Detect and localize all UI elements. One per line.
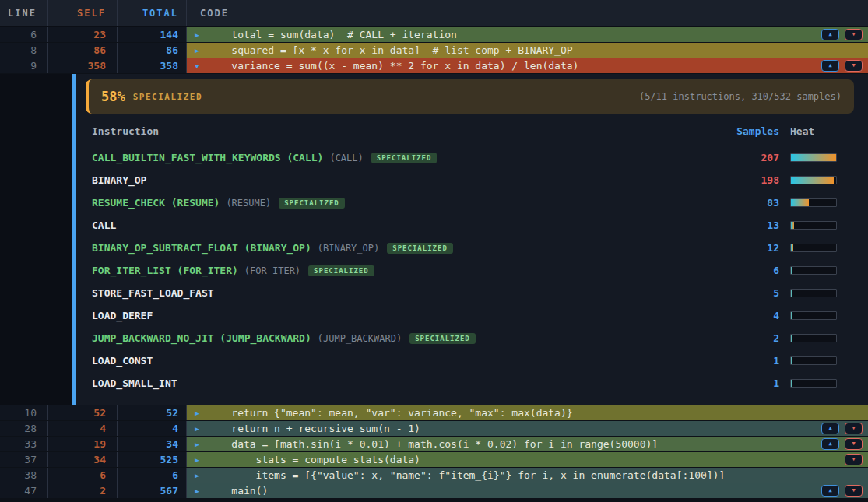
base-opcode: (FOR_ITER) bbox=[244, 265, 300, 276]
total-samples: 358 bbox=[118, 58, 187, 73]
instruction-samples: 1 bbox=[723, 355, 779, 367]
self-samples: 2 bbox=[48, 483, 118, 498]
source-code: squared = [x * x for x in data] # list c… bbox=[207, 44, 573, 56]
instruction-name: RESUME_CHECK (RESUME) bbox=[92, 197, 220, 209]
instruction-name: FOR_ITER_LIST (FOR_ITER) bbox=[92, 265, 238, 276]
instruction-row: LOAD_CONST1 bbox=[86, 349, 854, 372]
column-header-total: TOTAL bbox=[118, 0, 187, 26]
samples-column-header[interactable]: Samples bbox=[723, 125, 779, 137]
heat-column-header: Heat bbox=[779, 125, 848, 137]
expand-toggle-icon[interactable]: ▶ bbox=[187, 441, 207, 448]
code-cell: ▶ main()▲▼ bbox=[187, 483, 868, 498]
jump-down-button[interactable]: ▼ bbox=[845, 423, 863, 434]
specialized-percent: 58% bbox=[101, 89, 125, 104]
line-number: 6 bbox=[0, 27, 48, 42]
specialized-badge: SPECIALIZED bbox=[279, 198, 345, 209]
instruction-row: BINARY_OP198 bbox=[86, 169, 854, 191]
total-samples: 52 bbox=[118, 405, 187, 420]
self-samples: 6 bbox=[48, 468, 118, 483]
heat-bar-fill bbox=[791, 312, 792, 319]
heat-bar-fill bbox=[791, 154, 836, 161]
instruction-row: LOAD_DEREF4 bbox=[86, 304, 854, 327]
specialized-badge: SPECIALIZED bbox=[371, 153, 438, 163]
heat-bar-fill bbox=[791, 267, 792, 274]
code-cell: ▶ items = [{"value": x, "name": f"item_{… bbox=[187, 468, 868, 483]
expand-toggle-icon[interactable]: ▶ bbox=[187, 487, 207, 495]
line-number: 28 bbox=[0, 421, 48, 436]
instruction-samples: 2 bbox=[723, 332, 779, 344]
code-line-row: 2844▶ return n + recursive_sum(n - 1)▲▼ bbox=[0, 421, 868, 436]
heat-bar-fill bbox=[791, 177, 834, 184]
instruction-name: LOAD_SMALL_INT bbox=[92, 377, 177, 389]
instruction-row: STORE_FAST_LOAD_FAST5 bbox=[86, 282, 854, 304]
line-number: 38 bbox=[0, 468, 48, 483]
self-samples: 4 bbox=[48, 421, 118, 436]
self-samples: 23 bbox=[48, 27, 118, 42]
expand-toggle-icon[interactable]: ▶ bbox=[187, 409, 207, 417]
heat-bar bbox=[790, 356, 837, 365]
specialized-badge: SPECIALIZED bbox=[387, 243, 453, 254]
line-number: 47 bbox=[0, 483, 48, 498]
column-header-self: SELF bbox=[48, 0, 118, 26]
jump-down-button[interactable]: ▼ bbox=[845, 29, 863, 40]
heat-bar-fill bbox=[791, 335, 792, 342]
jump-up-button[interactable]: ▲ bbox=[821, 29, 839, 40]
jump-up-button[interactable]: ▲ bbox=[821, 485, 839, 497]
code-rows-bottom: 105252▶ return {"mean": mean, "var": var… bbox=[0, 405, 868, 499]
source-code: return {"mean": mean, "var": variance, "… bbox=[207, 407, 573, 419]
jump-down-button[interactable]: ▼ bbox=[845, 438, 863, 450]
instruction-name: CALL bbox=[92, 219, 116, 231]
expand-toggle-icon[interactable]: ▶ bbox=[187, 425, 207, 433]
heat-bar bbox=[790, 334, 837, 342]
jump-down-button[interactable]: ▼ bbox=[845, 60, 863, 72]
column-header-code: CODE bbox=[187, 0, 868, 26]
heat-bar bbox=[790, 311, 837, 320]
total-samples: 4 bbox=[118, 421, 187, 436]
instruction-samples: 5 bbox=[723, 287, 779, 299]
source-code: stats = compute_stats(data) bbox=[207, 454, 420, 465]
heat-bar bbox=[790, 176, 837, 184]
jump-up-button[interactable]: ▲ bbox=[821, 423, 839, 434]
self-samples: 52 bbox=[48, 405, 118, 420]
instruction-samples: 12 bbox=[723, 242, 779, 254]
jump-up-button[interactable]: ▲ bbox=[821, 438, 839, 450]
instruction-samples: 1 bbox=[723, 377, 779, 389]
heat-bar bbox=[790, 289, 837, 297]
jump-up-button[interactable]: ▲ bbox=[821, 60, 839, 72]
heat-bar-fill bbox=[791, 357, 792, 364]
code-line-row: 472567▶ main()▲▼ bbox=[0, 483, 868, 498]
heat-cell bbox=[779, 176, 848, 184]
expand-toggle-icon[interactable]: ▶ bbox=[187, 47, 207, 54]
expand-toggle-icon[interactable]: ▶ bbox=[187, 31, 207, 39]
expand-toggle-icon[interactable]: ▶ bbox=[187, 472, 207, 479]
total-samples: 86 bbox=[118, 43, 187, 58]
instruction-column-header: Instruction bbox=[92, 125, 723, 137]
heat-bar-fill bbox=[791, 380, 792, 387]
instruction-name: BINARY_OP_SUBTRACT_FLOAT (BINARY_OP) bbox=[92, 242, 311, 254]
heat-bar-fill bbox=[791, 199, 809, 206]
code-rows-top: 623144▶ total = sum(data) # CALL + itera… bbox=[0, 27, 868, 74]
expanded-detail-panel: 58% SPECIALIZED (5/11 instructions, 310/… bbox=[0, 74, 868, 405]
code-cell: ▶ return n + recursive_sum(n - 1)▲▼ bbox=[187, 421, 868, 436]
jump-down-button[interactable]: ▼ bbox=[845, 454, 863, 465]
heat-cell bbox=[779, 379, 848, 388]
instruction-row: CALL13 bbox=[86, 214, 854, 237]
instruction-samples: 6 bbox=[723, 265, 779, 276]
expand-toggle-icon[interactable]: ▶ bbox=[187, 456, 207, 464]
heat-cell bbox=[779, 311, 848, 320]
instruction-name: CALL_BUILTIN_FAST_WITH_KEYWORDS (CALL) bbox=[92, 152, 323, 163]
heat-bar-fill bbox=[791, 290, 792, 297]
specialized-badge: SPECIALIZED bbox=[308, 265, 374, 276]
collapse-toggle-icon[interactable]: ▼ bbox=[187, 62, 207, 70]
profiler-app: LINE SELF TOTAL CODE 623144▶ total = sum… bbox=[0, 0, 868, 502]
specialization-summary: (5/11 instructions, 310/532 samples) bbox=[639, 91, 842, 102]
instruction-samples: 207 bbox=[723, 152, 779, 163]
instruction-row: CALL_BUILTIN_FAST_WITH_KEYWORDS (CALL)(C… bbox=[86, 146, 854, 169]
total-samples: 144 bbox=[118, 27, 187, 42]
jump-down-button[interactable]: ▼ bbox=[845, 485, 863, 497]
self-samples: 358 bbox=[48, 58, 118, 73]
instruction-table-header: Instruction Samples Heat bbox=[86, 114, 854, 146]
self-samples: 86 bbox=[48, 43, 118, 58]
instruction-row: FOR_ITER_LIST (FOR_ITER)(FOR_ITER)SPECIA… bbox=[86, 259, 854, 282]
specialized-badge: SPECIALIZED bbox=[409, 333, 476, 344]
